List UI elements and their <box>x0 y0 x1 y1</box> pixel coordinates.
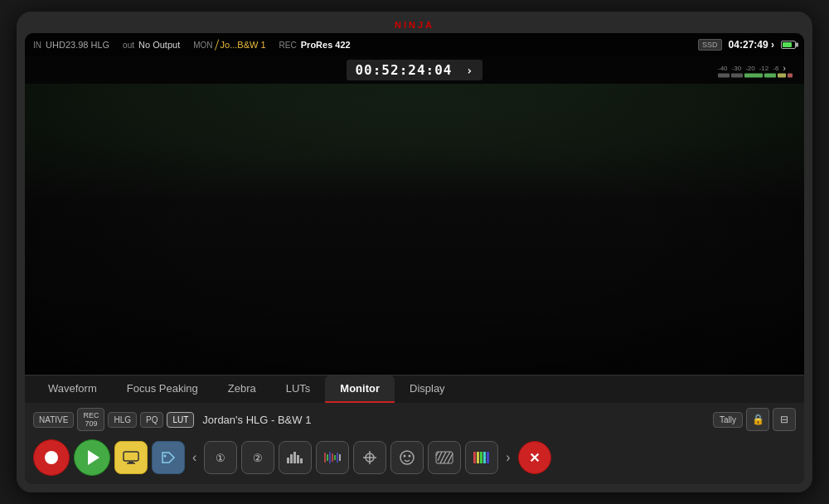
lock-button[interactable]: 🔒 <box>746 408 769 431</box>
status-bar: IN UHD23.98 HLG out No Output MON ⧸ Jo..… <box>25 33 804 56</box>
tally-button[interactable]: Tally <box>713 412 743 428</box>
svg-point-3 <box>164 455 167 458</box>
tag-icon <box>161 451 176 464</box>
svg-rect-6 <box>293 452 296 463</box>
screen: IN UHD23.98 HLG out No Output MON ⧸ Jo..… <box>25 33 804 484</box>
svg-rect-8 <box>300 458 303 463</box>
svg-rect-28 <box>473 452 476 463</box>
rec-status: REC ProRes 422 <box>279 40 351 50</box>
tab-waveform[interactable]: Waveform <box>33 376 112 403</box>
scroll-left-button[interactable]: ‹ <box>189 450 200 465</box>
lut-native-btn[interactable]: NATIVE <box>33 412 74 428</box>
btn-1x[interactable]: ① <box>204 441 237 474</box>
meter-scale: -40 -30 -20 -12 -6 › <box>718 63 793 72</box>
video-preview <box>25 84 804 375</box>
svg-rect-32 <box>487 452 489 463</box>
tab-monitor[interactable]: Monitor <box>325 376 395 403</box>
lut-lut-btn[interactable]: LUT <box>167 412 194 428</box>
svg-rect-7 <box>297 455 299 463</box>
output-status: out No Output <box>123 40 180 50</box>
close-button[interactable]: ✕ <box>518 441 551 474</box>
play-button[interactable] <box>74 439 110 476</box>
tally-group: Tally 🔒 ⊟ <box>713 408 796 431</box>
brand-label: NINJA <box>25 20 804 30</box>
svg-rect-13 <box>334 455 336 460</box>
face-icon <box>399 449 415 466</box>
monitor-status: MON ⧸ Jo...B&W 1 <box>193 38 265 51</box>
tag-button[interactable] <box>152 441 185 474</box>
btn-color[interactable] <box>465 441 498 474</box>
tab-focus-peaking[interactable]: Focus Peaking <box>112 376 213 403</box>
svg-rect-14 <box>337 453 338 463</box>
svg-line-24 <box>438 452 442 461</box>
zebra-icon <box>435 451 453 464</box>
lut-selector-row: NATIVE REC709 HLG PQ LUT Jordan's HLG - … <box>33 408 796 431</box>
histogram-icon <box>286 451 304 464</box>
svg-point-21 <box>409 455 411 458</box>
split-button[interactable]: ⊟ <box>773 408 796 431</box>
lut-rec709-btn[interactable]: REC709 <box>77 408 104 431</box>
svg-rect-4 <box>287 458 289 463</box>
tabs-bar: Waveform Focus Peaking Zebra LUTs Monito… <box>25 375 804 403</box>
battery-icon <box>781 41 796 49</box>
color-bars-icon <box>473 451 491 464</box>
tab-luts[interactable]: LUTs <box>271 376 326 403</box>
clock-display: 04:27:49 › <box>729 39 774 51</box>
waveform-icon <box>323 451 342 464</box>
btn-crosshair[interactable] <box>353 441 386 474</box>
timecode-display[interactable]: 00:52:24:04 › <box>347 60 482 80</box>
lut-name: Jordan's HLG - B&W 1 <box>202 414 710 426</box>
crosshair-icon <box>361 449 378 466</box>
monitor-button[interactable] <box>114 441 148 474</box>
controls-row: ‹ ① ② <box>33 436 796 479</box>
svg-rect-5 <box>290 454 293 463</box>
lut-pq-btn[interactable]: PQ <box>140 412 163 428</box>
timecode-bar: 00:52:24:04 › -40 -30 -20 -12 -6 › <box>25 56 804 84</box>
tab-zebra[interactable]: Zebra <box>213 376 271 403</box>
btn-histogram[interactable] <box>279 441 312 474</box>
device-frame: NINJA IN UHD23.98 HLG out No Output MON … <box>17 12 812 492</box>
play-icon <box>88 450 99 465</box>
lut-hlg-btn[interactable]: HLG <box>108 412 137 428</box>
btn-waveform[interactable] <box>316 441 349 474</box>
ssd-indicator: SSD <box>698 39 722 51</box>
audio-meter: -40 -30 -20 -12 -6 › <box>718 63 793 77</box>
btn-2x[interactable]: ② <box>241 441 274 474</box>
input-status: IN UHD23.98 HLG <box>33 40 109 50</box>
svg-rect-15 <box>339 454 341 461</box>
svg-rect-10 <box>327 454 328 461</box>
svg-rect-30 <box>480 452 482 463</box>
monitor-panel: NATIVE REC709 HLG PQ LUT Jordan's HLG - … <box>25 403 804 484</box>
record-button[interactable] <box>33 439 70 476</box>
btn-zebra[interactable] <box>428 441 461 474</box>
svg-rect-12 <box>332 453 333 462</box>
svg-line-26 <box>444 452 450 463</box>
status-right: SSD 04:27:49 › <box>698 39 796 51</box>
tab-display[interactable]: Display <box>395 376 460 403</box>
svg-rect-0 <box>124 452 138 461</box>
scroll-right-button[interactable]: › <box>502 450 513 465</box>
svg-rect-31 <box>483 452 486 463</box>
svg-point-19 <box>400 451 414 464</box>
svg-rect-9 <box>324 453 326 463</box>
monitor-icon <box>123 451 139 464</box>
meter-bars <box>718 73 793 77</box>
svg-rect-11 <box>329 452 331 463</box>
btn-face[interactable] <box>390 441 424 474</box>
svg-point-20 <box>404 455 406 458</box>
svg-rect-29 <box>477 452 479 463</box>
